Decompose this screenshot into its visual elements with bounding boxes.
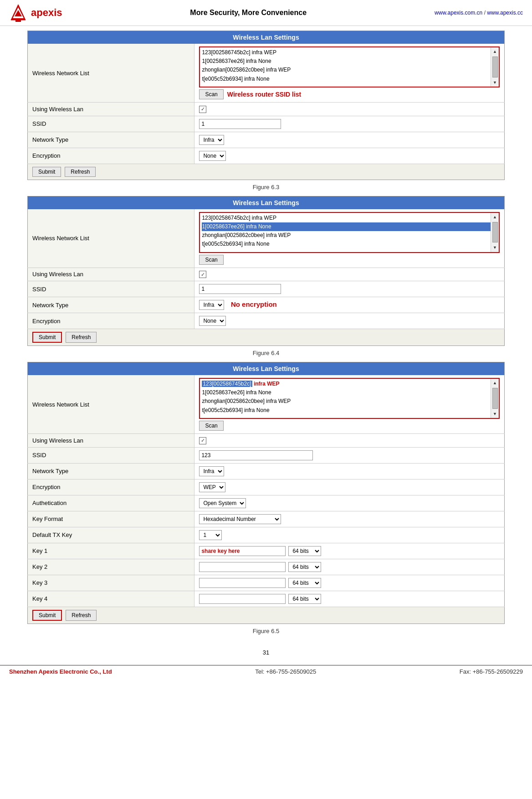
figure64-network-type-label: Network Type (28, 297, 194, 313)
figure63-network-list-box[interactable]: 123[002586745b2c] infra WEP 1[00258637ee… (199, 46, 500, 88)
scrollbar[interactable]: ▲ ▼ (491, 213, 499, 252)
figure65-scan-button[interactable]: Scan (199, 421, 223, 431)
figure63-network-type-label: Network Type (28, 132, 194, 148)
figure64-using-wireless-checkbox[interactable] (199, 271, 206, 278)
figure63-ssid-list-label: Wireless router SSID list (227, 91, 301, 98)
figure64-ssid-field (194, 281, 505, 297)
figure64-encryption-field: None (194, 313, 505, 329)
figure65-network-list-value: 123[002586745b2c] infra WEP 1[00258637ee… (194, 375, 505, 434)
figure65-default-tx-key-label: Default TX Key (28, 527, 194, 543)
figure64-refresh-button[interactable]: Refresh (66, 332, 97, 343)
figure65-key1-bits-select[interactable]: 64 bits (288, 546, 321, 556)
figure65-encryption-select[interactable]: WEP (199, 482, 225, 492)
scroll-thumb[interactable] (492, 222, 498, 242)
scroll-up-icon[interactable]: ▲ (493, 47, 497, 56)
figure65-key4-input[interactable] (199, 594, 286, 604)
figure65-network-type-label: Network Type (28, 463, 194, 479)
highlighted-network-name: 123[002586745b2c] (202, 381, 252, 387)
figure63-submit-button[interactable]: Submit (32, 167, 61, 177)
figure63-using-wireless-checkbox[interactable] (199, 106, 206, 113)
scroll-down-icon[interactable]: ▼ (493, 78, 497, 87)
figure65-key1-input[interactable] (199, 546, 286, 556)
figure64-buttons-row: Submit Refresh (28, 329, 505, 346)
figure65-key3-bits-select[interactable]: 64 bits (288, 578, 321, 588)
figure64-using-wireless-value (194, 268, 505, 281)
figure63-table: Wireless Lan Settings Wireless Network L… (27, 31, 505, 180)
figure64-caption: Figure 6.4 (27, 350, 505, 356)
figure63-network-list-label: Wireless Network List (28, 44, 194, 103)
list-item: t[e005c52b6934] infra None (202, 406, 491, 415)
figure65-authentication-field: Open System (194, 495, 505, 511)
figure65-key1-row: 64 bits (199, 546, 500, 556)
figure65-network-type-select[interactable]: Infra (199, 466, 224, 476)
figure65-key4-bits-select[interactable]: 64 bits (288, 594, 321, 604)
figure63-using-wireless-label: Using Wireless Lan (28, 103, 194, 116)
figure65-default-tx-key-select[interactable]: 1 (199, 530, 222, 540)
figure65-key3-row: 64 bits (199, 578, 500, 588)
list-item: 1[00258637ee26] infra None (202, 388, 491, 397)
network-infra-wep: infra WEP (254, 381, 280, 387)
figure65-refresh-button[interactable]: Refresh (66, 610, 97, 621)
figure65-key-format-select[interactable]: Hexadecimal Number (199, 514, 281, 524)
figure65-submit-button[interactable]: Submit (32, 610, 62, 621)
scroll-thumb[interactable] (492, 57, 498, 77)
figure65-using-wireless-checkbox[interactable] (199, 437, 206, 444)
figure65-caption: Figure 6.5 (27, 628, 505, 634)
scroll-up-icon[interactable]: ▲ (493, 213, 497, 221)
figure64-network-list-box[interactable]: 123[002586745b2c] infra WEP 1[00258637ee… (199, 212, 500, 253)
scroll-up-icon[interactable]: ▲ (493, 379, 497, 387)
figure65-encryption-field: WEP (194, 479, 505, 495)
figure64-network-type-select[interactable]: Infra (199, 300, 224, 310)
list-item: zhonglian[0025862c0bee] infra WEP (202, 66, 491, 74)
footer-tel: Tel: +86-755-26509025 (255, 668, 316, 675)
figure65-key4-row: 64 bits (199, 594, 500, 604)
scroll-down-icon[interactable]: ▼ (493, 243, 497, 252)
figure65-table: Wireless Lan Settings Wireless Network L… (27, 362, 505, 624)
footer-company: Shenzhen Apexis Electronic Co., Ltd (9, 668, 112, 675)
figure63-ssid-input[interactable] (199, 119, 281, 129)
figure65-ssid-label: SSID (28, 447, 194, 463)
figure65-key1-label: Key 1 (28, 543, 194, 559)
figure64-header: Wireless Lan Settings (28, 196, 505, 209)
figure64-network-type-field: Infra No encryption (194, 297, 505, 313)
list-item: zhonglian[0025862c0bee] infra WEP (202, 397, 491, 406)
list-item: 123[002586745b2c] infra WEP (202, 380, 491, 388)
scroll-thumb[interactable] (492, 388, 498, 408)
figure65-key2-bits-select[interactable]: 64 bits (288, 562, 321, 572)
scrollbar[interactable]: ▲ ▼ (491, 379, 499, 418)
figure65-encryption-label: Encryption (28, 479, 194, 495)
figure65-key3-input[interactable] (199, 578, 286, 588)
link2[interactable]: www.apexis.cc (487, 10, 523, 16)
figure64-using-wireless-label: Using Wireless Lan (28, 268, 194, 281)
scroll-down-icon[interactable]: ▼ (493, 410, 497, 418)
figure65-authentication-select[interactable]: Open System (199, 498, 246, 508)
figure65-ssid-input[interactable] (199, 450, 313, 460)
figure63-scan-button[interactable]: Scan (199, 89, 223, 99)
figure65-key2-row: 64 bits (199, 562, 500, 572)
figure64-ssid-label: SSID (28, 281, 194, 297)
figure65-network-list-box[interactable]: 123[002586745b2c] infra WEP 1[00258637ee… (199, 378, 500, 419)
figure63-caption: Figure 6.3 (27, 184, 505, 191)
figure63-refresh-button[interactable]: Refresh (65, 167, 96, 177)
apexis-logo-icon (9, 4, 27, 22)
figure65-key3-label: Key 3 (28, 575, 194, 591)
figure63-encryption-select[interactable]: None (199, 151, 226, 161)
figure65-key3-field: 64 bits (194, 575, 505, 591)
figure64-table: Wireless Lan Settings Wireless Network L… (27, 196, 505, 346)
scrollbar[interactable]: ▲ ▼ (491, 47, 499, 87)
figure65-header: Wireless Lan Settings (28, 362, 505, 376)
figure65-key2-input[interactable] (199, 562, 286, 572)
logo-area: apexis (9, 4, 62, 22)
link1[interactable]: www.apexis.com.cn (435, 10, 482, 16)
figure64-scan-button[interactable]: Scan (199, 255, 223, 265)
page-number: 31 (0, 649, 532, 656)
header-links: www.apexis.com.cn / www.apexis.cc (435, 10, 523, 16)
figure63-using-wireless-value (194, 103, 505, 116)
figure64-encryption-select[interactable]: None (199, 316, 226, 326)
figure64-submit-button[interactable]: Submit (32, 332, 62, 343)
list-item: 123[002586745b2c] infra WEP (202, 214, 491, 222)
figure63-network-type-select[interactable]: Infra (199, 135, 224, 145)
figure64-ssid-input[interactable] (199, 284, 281, 294)
figure65-key2-field: 64 bits (194, 559, 505, 575)
figure63-encryption-field: None (194, 148, 505, 164)
